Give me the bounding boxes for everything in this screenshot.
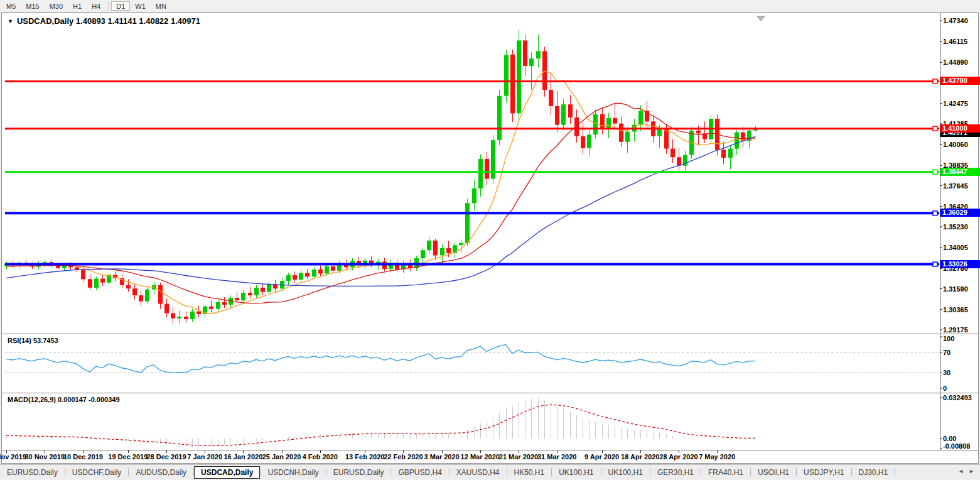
candle-body — [145, 290, 149, 302]
candle-body — [446, 248, 451, 253]
candle-body — [94, 279, 99, 288]
candle-body — [542, 52, 547, 90]
candle-body — [286, 275, 291, 281]
candle-body — [261, 288, 265, 292]
candle-body — [485, 159, 489, 179]
tab-scroll-right-icon[interactable]: ► — [969, 468, 974, 474]
candle-body — [523, 40, 527, 66]
candle-body — [568, 104, 573, 117]
candle-body — [132, 288, 137, 295]
candle-body — [670, 149, 675, 158]
candle-body — [299, 273, 303, 280]
level-line-handle[interactable] — [933, 170, 937, 174]
candle-body — [625, 132, 630, 142]
candle-body — [677, 157, 681, 166]
candle-body — [581, 136, 585, 148]
candle-body — [549, 90, 553, 106]
candle-body — [491, 140, 495, 179]
candle-body — [158, 285, 163, 304]
candle-body — [126, 285, 131, 288]
candle-body — [465, 203, 470, 243]
tab-scroll-left-icon[interactable]: ◄ — [958, 468, 964, 474]
rsi-line — [6, 344, 755, 373]
chart-shift-marker-icon[interactable] — [757, 16, 765, 21]
candle-body — [318, 270, 323, 274]
symbol-tab-xauusd-h4[interactable]: XAUUSD,H4 — [450, 466, 507, 479]
candle-body — [587, 134, 591, 148]
candle-body — [427, 241, 431, 250]
symbol-tab-audusd-daily[interactable]: AUDUSD,Daily — [129, 466, 193, 479]
symbol-tab-gbpusd-h4[interactable]: GBPUSD,H4 — [391, 466, 448, 479]
candle-body — [184, 317, 188, 319]
candle-body — [177, 317, 181, 319]
tab-scroll-arrows: ◄► — [954, 466, 978, 476]
symbol-tab-fra40-h1[interactable]: FRA40,H1 — [701, 466, 750, 479]
candle-body — [497, 96, 502, 140]
level-line-handle[interactable] — [933, 79, 937, 84]
candle-body — [478, 159, 483, 188]
candle-body — [561, 104, 566, 125]
candle-body — [696, 131, 701, 133]
level-line-handle[interactable] — [933, 262, 937, 266]
moving-average-8[interactable] — [6, 72, 755, 314]
symbol-tab-usdjpy-h1[interactable]: USDJPY,H1 — [797, 466, 851, 479]
symbol-tab-bar: EURUSD,DailyUSDCHF,DailyAUDUSD,DailyUSDC… — [0, 464, 980, 479]
candle-body — [88, 279, 92, 288]
candle-body — [325, 266, 329, 273]
candle-body — [235, 298, 239, 300]
candle-body — [517, 40, 521, 113]
candle-body — [536, 52, 541, 59]
symbol-tab-usdchf-daily[interactable]: USDCHF,Daily — [65, 466, 129, 479]
macd-signal-line — [6, 405, 755, 445]
candle-body — [619, 124, 623, 142]
symbol-tab-ger30-h1[interactable]: GER30,H1 — [650, 466, 701, 479]
candle-body — [421, 250, 425, 258]
candle-body — [735, 133, 739, 149]
level-line-handle[interactable] — [933, 126, 937, 131]
candle-body — [664, 129, 669, 149]
candle-body — [293, 275, 297, 280]
candle-body — [100, 279, 105, 283]
candle-body — [139, 295, 143, 302]
candle-body — [164, 304, 169, 314]
candle-body — [267, 285, 271, 292]
candle-body — [657, 129, 662, 136]
candle-body — [721, 150, 726, 158]
candle-body — [190, 312, 195, 319]
level-line-handle[interactable] — [933, 211, 937, 215]
candle-body — [459, 243, 463, 246]
symbol-tab-eurusd-daily[interactable]: EURUSD,Daily — [0, 466, 65, 479]
candle-body — [433, 241, 438, 256]
candle-body — [254, 288, 259, 295]
symbol-tab-uk100-h1[interactable]: UK100,H1 — [601, 466, 650, 479]
candle-body — [440, 248, 444, 256]
candle-body — [305, 273, 310, 276]
candle-body — [504, 55, 509, 96]
candle-body — [606, 118, 611, 128]
candle-body — [241, 293, 245, 300]
candle-body — [197, 312, 201, 314]
moving-average-20[interactable] — [6, 103, 755, 303]
chart-canvas[interactable] — [0, 0, 980, 465]
candle-body — [331, 266, 335, 271]
symbol-tab-usdcad-daily[interactable]: USDCAD,Daily — [194, 466, 260, 479]
candle-body — [248, 293, 252, 295]
symbol-tab-uk100-h1[interactable]: UK100,H1 — [552, 466, 600, 479]
candle-body — [510, 55, 515, 113]
mt4-window: M5M15M30H1H4D1W1MN ▼USDCAD,Daily 1.40893… — [0, 0, 980, 480]
candle-body — [81, 270, 85, 280]
candle-body — [529, 58, 534, 66]
candle-body — [222, 302, 227, 305]
candle-body — [728, 149, 733, 158]
candle-body — [638, 111, 643, 125]
symbol-tab-hk50-h1[interactable]: HK50,H1 — [507, 466, 552, 479]
candle-body — [613, 118, 617, 124]
symbol-tab-eurusd-daily[interactable]: EURUSD,Daily — [326, 466, 391, 479]
symbol-tab-usdcnh-daily[interactable]: USDCNH,Daily — [261, 466, 325, 479]
symbol-tab-usoil-h1[interactable]: USOil,H1 — [751, 466, 796, 479]
symbol-tab-dj30-h1[interactable]: DJ30,H1 — [852, 466, 895, 479]
candle-body — [216, 302, 220, 309]
candle-body — [209, 307, 213, 309]
tab-separator — [895, 468, 895, 476]
candle-body — [312, 270, 316, 276]
